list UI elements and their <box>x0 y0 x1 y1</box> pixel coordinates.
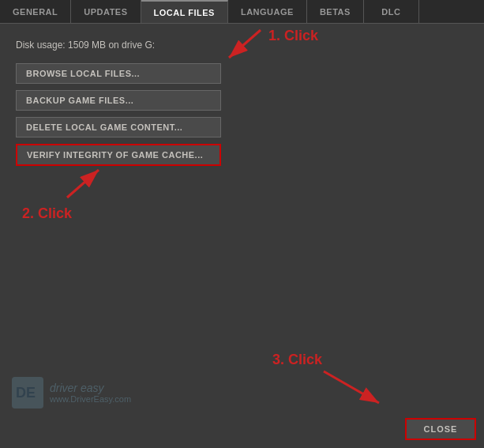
svg-line-5 <box>324 371 379 403</box>
svg-text:DE: DE <box>16 385 36 401</box>
arrow-3 <box>308 356 411 419</box>
tab-language[interactable]: LANGUAGE <box>228 0 307 23</box>
close-button[interactable]: CLOSE <box>405 418 476 440</box>
step-1-label: 1. Click <box>268 28 318 44</box>
step-2-label: 2. Click <box>22 205 72 222</box>
tab-updates[interactable]: UPDATES <box>71 0 141 23</box>
tab-general[interactable]: GENERAL <box>0 0 71 23</box>
step-3-label: 3. Click <box>272 352 322 368</box>
backup-game-files-button[interactable]: BACKUP GAME FILES... <box>16 90 221 111</box>
tab-bar: GENERAL UPDATES LOCAL FILES LANGUAGE BET… <box>0 0 484 24</box>
tab-betas[interactable]: BETAS <box>307 0 364 23</box>
svg-line-1 <box>229 30 261 58</box>
svg-line-3 <box>67 170 99 198</box>
delete-local-content-button[interactable]: DELETE LOCAL GAME CONTENT... <box>16 117 221 137</box>
watermark-url: www.DriverEasy.com <box>50 394 131 404</box>
watermark-brand: driver easy <box>50 382 131 394</box>
tab-local-files[interactable]: LOCAL FILES <box>141 0 228 23</box>
driver-easy-logo: DE <box>12 377 43 408</box>
tab-dlc[interactable]: DLC <box>364 0 419 23</box>
arrow-2 <box>43 146 146 209</box>
watermark: DE driver easy www.DriverEasy.com <box>12 377 131 408</box>
